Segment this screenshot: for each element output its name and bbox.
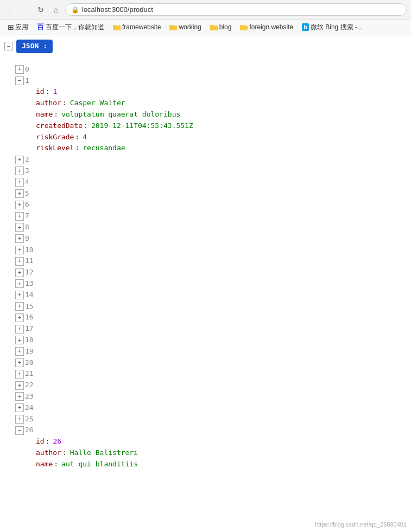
expand-icon[interactable]: + [15, 358, 24, 367]
expand-icon[interactable]: + [15, 381, 24, 390]
index-label: 18 [25, 335, 41, 346]
value-date: 2019-12-11T04:55:43.551Z [91, 120, 193, 132]
folder-icon [113, 24, 121, 30]
svg-rect-6 [210, 25, 213, 27]
expand-icon[interactable]: + [15, 166, 24, 175]
index-label: 0 [25, 64, 41, 75]
expand-icon[interactable]: + [15, 313, 24, 322]
expand-icon[interactable]: + [15, 234, 24, 243]
bookmark-blog[interactable]: blog [207, 22, 235, 32]
tree-row: riskLevel :recusandae [2, 143, 409, 154]
expand-icon[interactable]: + [15, 246, 24, 254]
tree-row: +7 [2, 210, 409, 222]
forward-button[interactable]: → [20, 4, 31, 16]
key-label: id [36, 86, 45, 98]
expand-icon[interactable]: + [15, 403, 24, 412]
index-label: 9 [25, 233, 41, 245]
no-icon [26, 110, 35, 119]
index-label: 7 [25, 210, 41, 222]
tree-row: +2 [2, 154, 409, 165]
refresh-button[interactable]: ↻ [35, 4, 47, 16]
no-icon [26, 448, 35, 457]
key-label: riskLevel [36, 143, 74, 154]
tree-row: +12 [2, 267, 409, 278]
collapse-icon[interactable]: − [4, 42, 13, 50]
expand-icon[interactable]: + [15, 201, 24, 209]
baidu-icon: 百 [37, 22, 44, 32]
collapse-icon[interactable]: − [15, 426, 24, 435]
address-bar[interactable]: 🔒 localhost:3000/product [65, 3, 407, 16]
expand-icon[interactable]: + [15, 268, 24, 277]
tree-row: +9 [2, 233, 409, 245]
colon: : [84, 120, 88, 132]
expand-icon[interactable]: + [15, 415, 24, 424]
bookmark-apps[interactable]: ⊞ 应用 [4, 22, 31, 33]
tree-row: +5 [2, 188, 409, 200]
json-button[interactable]: JSON : [16, 40, 53, 53]
tree-row: −26 [2, 425, 409, 436]
back-button[interactable]: ← [4, 4, 16, 16]
framewebsite-label: framewebsite [122, 23, 161, 31]
expand-icon[interactable]: + [15, 212, 24, 221]
bookmark-framewebsite[interactable]: framewebsite [110, 22, 164, 32]
key-label: name [36, 109, 53, 120]
no-icon [26, 437, 35, 446]
tree-row: +23 [2, 391, 409, 402]
folder-icon [169, 24, 177, 30]
index-label: 3 [25, 165, 41, 177]
tree-row: createdDate :2019-12-11T04:55:43.551Z [2, 120, 409, 132]
expand-icon[interactable]: + [15, 178, 24, 187]
bookmark-bing[interactable]: b 微软 Bing 搜索 -... [299, 22, 366, 33]
bing-icon: b [302, 23, 309, 31]
tree-row: author :Halle Balistreri [2, 447, 409, 459]
bookmark-working[interactable]: working [166, 22, 204, 32]
index-label: 22 [25, 380, 41, 391]
key-label: author [36, 98, 61, 109]
no-icon [26, 144, 35, 153]
expand-icon[interactable]: + [15, 392, 24, 401]
value-string: voluptatum quaerat doloribus [61, 109, 180, 120]
expand-icon[interactable]: + [15, 189, 24, 198]
expand-icon[interactable]: + [15, 302, 24, 311]
expand-icon[interactable]: + [15, 156, 24, 164]
tree-row: +22 [2, 380, 409, 391]
value-string: aut qui blanditiis [61, 459, 138, 470]
index-label: 24 [25, 402, 41, 414]
tree-row: id :1 [2, 86, 409, 98]
expand-icon[interactable]: + [15, 279, 24, 288]
bookmark-baidu[interactable]: 百 百度一下，你就知道 [34, 21, 108, 33]
index-label: 20 [25, 357, 41, 369]
expand-icon[interactable]: + [15, 291, 24, 299]
address-url: localhost:3000/product [82, 5, 153, 14]
expand-icon[interactable]: + [15, 223, 24, 232]
folder-icon [210, 24, 218, 30]
apps-grid-icon: ⊞ [8, 23, 14, 31]
tree-row: name :aut qui blanditiis [2, 459, 409, 470]
expand-icon[interactable]: + [15, 347, 24, 356]
index-label: 4 [25, 177, 41, 188]
colon: : [62, 447, 67, 459]
tree-row: +15 [2, 301, 409, 312]
expand-icon[interactable]: + [15, 65, 24, 74]
colon: : [62, 98, 67, 109]
nav-bar: ← → ↻ ⌂ 🔒 localhost:3000/product [0, 0, 411, 19]
collapse-icon[interactable]: − [15, 76, 24, 85]
expand-icon[interactable]: + [15, 325, 24, 334]
tree-row [2, 53, 409, 64]
home-button[interactable]: ⌂ [50, 4, 62, 16]
key-label: author [36, 447, 61, 459]
no-icon [26, 88, 35, 97]
expand-icon[interactable]: + [15, 370, 24, 379]
expand-icon[interactable]: + [15, 257, 24, 266]
tree-row: +14 [2, 290, 409, 301]
index-label: 5 [25, 188, 41, 200]
tree-row: +10 [2, 245, 409, 256]
baidu-label: 百度一下，你就知道 [46, 23, 104, 32]
bookmark-foreign-website[interactable]: foreign website [237, 22, 296, 32]
json-viewer: − JSON : +0−1id :1author :Casper Waltern… [0, 35, 411, 474]
expand-icon[interactable]: + [15, 336, 24, 344]
browser-chrome: ← → ↻ ⌂ 🔒 localhost:3000/product ⊞ 应用 百 … [0, 0, 411, 35]
index-label: 12 [25, 267, 41, 278]
no-icon [26, 99, 35, 108]
value-number: 1 [53, 86, 57, 98]
